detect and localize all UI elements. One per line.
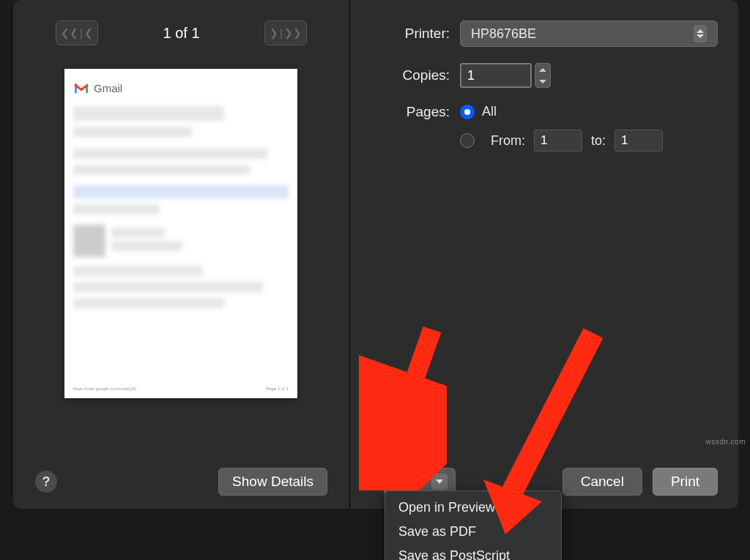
next-last-button[interactable]: ❯|❯❯ xyxy=(264,20,307,45)
pages-from-input[interactable] xyxy=(534,130,582,152)
gmail-icon xyxy=(73,83,89,94)
gmail-text: Gmail xyxy=(94,82,122,94)
preview-nav: ❮❮|❮ 1 of 1 ❯|❯❯ xyxy=(13,20,349,45)
show-details-button[interactable]: Show Details xyxy=(218,468,327,496)
chevron-left-icon: ❮ xyxy=(84,27,93,39)
svg-line-3 xyxy=(509,333,593,498)
page-counter: 1 of 1 xyxy=(163,25,199,42)
copies-label: Copies: xyxy=(350,67,460,83)
gmail-logo: Gmail xyxy=(73,82,289,94)
annotation-arrow-1 xyxy=(359,322,447,490)
printer-value: HP8676BE xyxy=(471,26,536,42)
pages-label: Pages: xyxy=(350,104,460,120)
menu-save-as-postscript[interactable]: Save as PostScript xyxy=(385,544,561,560)
copies-stepper[interactable] xyxy=(535,63,551,88)
annotation-arrow-2 xyxy=(469,322,615,542)
help-button[interactable]: ? xyxy=(35,471,57,493)
watermark: wsxdn.com xyxy=(705,438,746,446)
copies-input[interactable] xyxy=(460,63,532,88)
preview-pane: ❮❮|❮ 1 of 1 ❯|❯❯ Gmail xyxy=(13,0,350,509)
pages-range-radio[interactable] xyxy=(460,133,475,148)
page-preview: Gmail https://mail.google.com/m xyxy=(64,69,297,398)
updown-icon xyxy=(694,25,707,42)
preview-footer: https://mail.google.com/mail/u/0/... Pag… xyxy=(73,387,289,391)
pages-all-label: All xyxy=(482,104,497,119)
chevron-right-icon: ❯❯ xyxy=(284,27,302,39)
printer-select[interactable]: HP8676BE xyxy=(460,20,718,47)
printer-label: Printer: xyxy=(350,26,460,42)
chevron-right-icon: ❯ xyxy=(270,27,278,39)
print-form: Printer: HP8676BE Copies: Pages: xyxy=(350,20,718,168)
prev-first-button[interactable]: ❮❮|❮ xyxy=(56,20,98,45)
pages-to-label: to: xyxy=(591,133,606,149)
chevron-left-icon: ❮❮ xyxy=(61,27,78,39)
pages-to-input[interactable] xyxy=(615,130,663,152)
svg-line-1 xyxy=(385,329,432,465)
pages-all-radio[interactable] xyxy=(460,105,475,119)
print-button[interactable]: Print xyxy=(653,468,718,496)
pages-from-label: From: xyxy=(491,133,525,149)
